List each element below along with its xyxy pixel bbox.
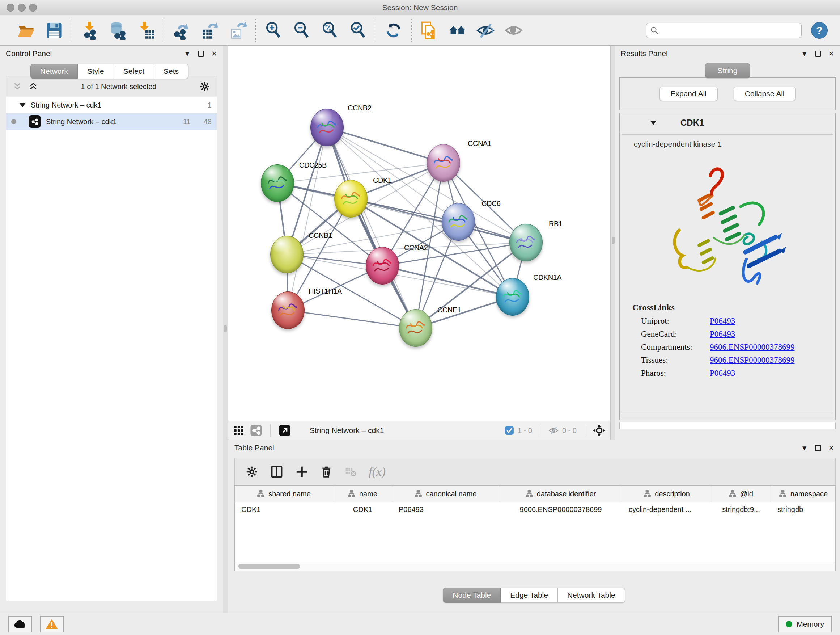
crosslink-value[interactable]: P06493	[710, 369, 735, 378]
expand-all-chevron-icon[interactable]	[28, 82, 38, 91]
title-bar: Session: New Session	[0, 0, 840, 15]
crosslink-row: Pharos:P06493	[622, 367, 833, 380]
column-header-database-identifier[interactable]: database identifier	[499, 486, 622, 502]
cloud-status-button[interactable]	[8, 616, 32, 632]
import-table-file-icon[interactable]	[137, 21, 156, 40]
minimize-window-button[interactable]	[18, 4, 26, 11]
close-panel-icon[interactable]: ✕	[829, 50, 834, 57]
node-CDK1[interactable]	[334, 180, 368, 218]
column-header--id[interactable]: @id	[711, 486, 771, 502]
close-window-button[interactable]	[6, 4, 14, 11]
column-header-description[interactable]: description	[622, 486, 711, 502]
crosslink-value[interactable]: P06493	[710, 317, 735, 326]
delete-table-icon	[345, 466, 356, 478]
zoom-selected-icon[interactable]	[349, 21, 368, 40]
node-RB1[interactable]	[509, 224, 543, 261]
zoom-fit-icon[interactable]	[321, 21, 339, 40]
gear-icon[interactable]	[199, 81, 210, 92]
hide-selected-icon[interactable]	[476, 21, 495, 40]
import-network-file-icon[interactable]	[80, 21, 99, 40]
collapse-all-chevron-icon[interactable]	[13, 82, 22, 91]
scrollbar-thumb[interactable]	[238, 564, 300, 569]
warnings-button[interactable]	[40, 616, 64, 632]
search-field[interactable]	[646, 23, 802, 38]
collection-expand-icon[interactable]	[19, 103, 26, 107]
tab-select[interactable]: Select	[114, 64, 154, 79]
node-label-CCNA2: CCNA2	[404, 244, 428, 252]
expand-all-button[interactable]: Expand All	[660, 87, 718, 101]
zoom-in-icon[interactable]	[264, 21, 283, 40]
float-panel-icon[interactable]	[815, 51, 821, 57]
fit-selected-crosshair-icon[interactable]	[593, 424, 605, 437]
edge-CCNB2-CCNA1[interactable]	[327, 127, 444, 163]
table-row[interactable]: CDK1CDK1P064939606.ENSP00000378699cyclin…	[235, 502, 835, 516]
collapse-all-button[interactable]: Collapse All	[734, 87, 796, 101]
import-network-database-icon[interactable]	[109, 21, 127, 40]
birds-eye-view-icon[interactable]	[279, 424, 291, 437]
node-CCNA1[interactable]	[427, 144, 460, 182]
tab-string[interactable]: String	[705, 63, 750, 78]
edge-HIST1H1A-CCNE1[interactable]	[288, 310, 416, 328]
first-neighbors-icon[interactable]	[448, 21, 467, 40]
save-session-icon[interactable]	[45, 21, 64, 40]
create-column-plus-icon[interactable]	[295, 466, 308, 478]
delete-column-trash-icon[interactable]	[320, 466, 332, 478]
tab-style[interactable]: Style	[78, 64, 114, 79]
search-input[interactable]	[659, 27, 798, 35]
tab-network[interactable]: Network	[30, 64, 78, 79]
column-header-namespace[interactable]: namespace	[771, 486, 836, 502]
zoom-out-icon[interactable]	[292, 21, 311, 40]
table-horizontal-scrollbar[interactable]	[235, 562, 835, 570]
column-header-canonical-name[interactable]: canonical name	[392, 486, 499, 502]
panel-menu-icon[interactable]: ▼	[184, 50, 191, 57]
column-header-name[interactable]: name	[333, 486, 392, 502]
tab-edge-table[interactable]: Edge Table	[501, 587, 558, 603]
column-header-shared-name[interactable]: shared name	[235, 486, 333, 502]
network-canvas[interactable]: CCNB2CCNA1CDC25BCDK1CDC6RB1CCNB1CCNA2CDK…	[228, 46, 611, 421]
table-options-gear-icon[interactable]	[246, 466, 258, 478]
close-panel-icon[interactable]: ✕	[211, 50, 217, 57]
maximize-window-button[interactable]	[29, 4, 37, 11]
node-CDKN1A[interactable]	[496, 278, 529, 316]
open-session-icon[interactable]	[17, 21, 35, 40]
export-network-icon[interactable]	[172, 21, 191, 40]
node-CCNE1[interactable]	[399, 309, 432, 347]
results-scroll-strip	[619, 423, 836, 429]
section-expand-icon[interactable]	[650, 120, 657, 125]
close-panel-icon[interactable]: ✕	[829, 445, 834, 451]
node-CDC25B[interactable]	[261, 165, 294, 202]
grid-view-icon[interactable]	[233, 425, 244, 436]
node-CDC6[interactable]	[442, 203, 475, 241]
left-splitter[interactable]	[223, 46, 228, 613]
network-row[interactable]: String Network – cdk1 11 48	[6, 113, 217, 130]
tab-network-table[interactable]: Network Table	[558, 587, 625, 603]
crosslink-value[interactable]: P06493	[710, 329, 735, 339]
panel-menu-icon[interactable]: ▼	[801, 50, 808, 57]
help-icon[interactable]: ?	[811, 22, 828, 39]
edge-CCNB2-HIST1H1A[interactable]	[288, 127, 327, 310]
tab-sets[interactable]: Sets	[154, 64, 188, 79]
protein-ribbon-thumb	[370, 253, 395, 279]
node-CCNA2[interactable]	[366, 247, 399, 285]
crosslink-value[interactable]: 9606.ENSP00000378699	[710, 356, 795, 365]
node-CCNB1[interactable]	[270, 236, 303, 273]
node-CCNB2[interactable]	[310, 109, 344, 146]
export-table-icon[interactable]	[201, 21, 219, 40]
network-view-icon[interactable]	[250, 424, 262, 437]
crosslink-value[interactable]: 9606.ENSP00000378699	[710, 342, 795, 352]
clone-network-icon[interactable]	[420, 21, 439, 40]
memory-button[interactable]: Memory	[778, 616, 832, 632]
node-HIST1H1A[interactable]	[271, 291, 305, 329]
tab-node-table[interactable]: Node Table	[443, 587, 501, 603]
show-all-icon[interactable]	[504, 21, 523, 40]
float-panel-icon[interactable]	[815, 445, 821, 451]
float-panel-icon[interactable]	[198, 51, 204, 57]
show-columns-icon[interactable]	[270, 465, 283, 478]
node-label-CCNE1: CCNE1	[437, 306, 461, 314]
panel-menu-icon[interactable]: ▼	[801, 445, 808, 451]
export-image-icon[interactable]	[229, 21, 248, 40]
edge-CCNB2-CCNE1[interactable]	[327, 127, 416, 328]
gene-section-header[interactable]: CDK1	[620, 113, 835, 132]
collection-row[interactable]: String Network – cdk1 1	[6, 97, 217, 113]
refresh-icon[interactable]	[384, 21, 403, 40]
